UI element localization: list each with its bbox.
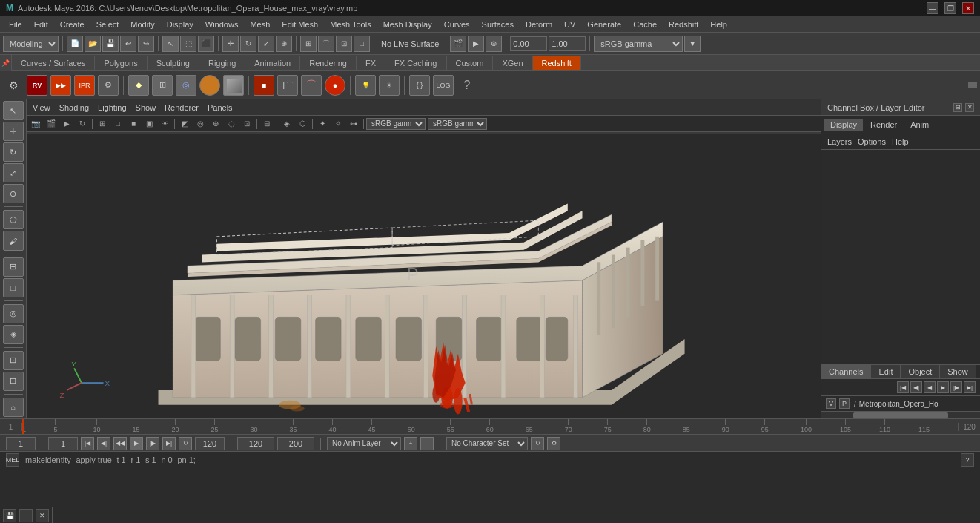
vp-menu-shading[interactable]: Shading <box>59 103 89 112</box>
tab-display[interactable]: Display <box>824 119 863 131</box>
script-mode-btn[interactable]: MEL <box>6 453 19 467</box>
menu-display[interactable]: Display <box>161 19 199 30</box>
render-settings-btn[interactable]: 🎬 <box>450 36 466 52</box>
vp-ssao-icon[interactable]: ⊕ <box>208 117 223 131</box>
menu-mesh-tools[interactable]: Mesh Tools <box>324 19 377 30</box>
tp-goto-end-btn[interactable]: ▶| <box>162 437 176 450</box>
wireframe-btn[interactable]: □ <box>3 278 24 297</box>
shelf-code2-icon[interactable]: LOG <box>433 75 454 96</box>
timeline-ruler[interactable]: 1510152025303540455055606570758085909510… <box>22 419 958 434</box>
layer-nav-first[interactable]: |◀ <box>897 381 909 393</box>
tp-anim-layer-add-btn[interactable]: + <box>404 437 417 450</box>
vp-ao-icon[interactable]: ◎ <box>193 117 208 131</box>
vp-hud-icon[interactable]: ⊟ <box>259 117 274 131</box>
tab-fx[interactable]: FX <box>357 56 385 70</box>
tab-xgen[interactable]: XGen <box>493 56 532 70</box>
isolate-btn[interactable]: ◎ <box>3 304 24 323</box>
rp-float-btn[interactable]: ⊟ <box>953 103 962 112</box>
redo-btn[interactable]: ↪ <box>138 36 154 52</box>
vp-menu-view[interactable]: View <box>33 103 50 112</box>
shelf-settings-icon[interactable]: ⚙ <box>3 75 24 96</box>
tp-play-fwd-btn[interactable]: ▶ <box>130 437 143 450</box>
maximize-button[interactable]: ❐ <box>944 2 956 14</box>
tab-fx-caching[interactable]: FX Caching <box>385 56 446 70</box>
current-frame-input[interactable] <box>6 437 36 450</box>
tab-sculpting[interactable]: Sculpting <box>148 56 199 70</box>
scale-btn[interactable]: ⤢ <box>258 36 274 52</box>
shelf-mesh2-icon[interactable]: ⊞ <box>152 75 173 96</box>
tp-anim-layer-del-btn[interactable]: - <box>420 437 434 450</box>
snap-view-btn[interactable]: ⊞ <box>3 257 24 277</box>
vp-display-select[interactable]: sRGB gamma <box>428 118 487 130</box>
layer-tab-channels[interactable]: Channels <box>821 365 871 378</box>
end-frame-input[interactable] <box>195 437 225 450</box>
vp-camera-icon[interactable]: 📷 <box>28 117 43 131</box>
tab-curves-surfaces[interactable]: Curves / Surfaces <box>12 56 95 70</box>
menu-deform[interactable]: Deform <box>520 19 558 30</box>
paint-btn[interactable]: 🖌 <box>3 231 24 250</box>
menu-modify[interactable]: Modify <box>125 19 160 30</box>
tp-step-fwd-btn[interactable]: |▶ <box>146 437 159 450</box>
viewport-content[interactable]: 📷 🎬 ▶ ↻ ⊞ □ ■ ▣ ☀ ◩ ◎ ⊕ ◌ ⊡ ⊟ ◈ ⬡ <box>27 116 821 418</box>
ipr-btn[interactable]: ⊛ <box>486 36 502 52</box>
select-btn[interactable]: ↖ <box>162 36 179 52</box>
select-tool-btn[interactable]: ↖ <box>3 101 24 120</box>
tab-custom[interactable]: Custom <box>447 56 494 70</box>
layer-tab-object[interactable]: Object <box>901 365 940 378</box>
coord-y-input[interactable] <box>549 36 586 51</box>
undo-btn[interactable]: ↩ <box>120 36 136 52</box>
gamma-settings-btn[interactable]: ▼ <box>684 36 701 52</box>
vp-renderer-select[interactable]: sRGB gamma <box>366 118 426 130</box>
floating-save-btn[interactable]: 💾 <box>3 509 16 522</box>
shelf-code1-icon[interactable]: { } <box>409 75 430 96</box>
viewport-canvas[interactable]: P X Y Z persp <box>27 132 821 418</box>
render-btn[interactable]: ▶ <box>468 36 484 52</box>
vp-isolate-icon[interactable]: ◈ <box>279 117 294 131</box>
menu-surfaces[interactable]: Surfaces <box>476 19 520 30</box>
minimize-button[interactable]: — <box>927 2 938 14</box>
vp-snap2-icon[interactable]: ✧ <box>331 117 345 131</box>
lasso-tool-btn[interactable]: ⬠ <box>3 210 24 229</box>
vp-film-icon[interactable]: 🎬 <box>44 117 59 131</box>
tab-polygons[interactable]: Polygons <box>95 56 147 70</box>
menu-file[interactable]: File <box>3 19 28 30</box>
shelf-help-icon[interactable]: ? <box>457 75 477 96</box>
shelf-render-icon[interactable]: ▶▶ <box>50 75 71 96</box>
layer-tab-edit[interactable]: Edit <box>871 365 901 378</box>
rp-close-btn[interactable]: ✕ <box>965 103 974 112</box>
titlebar-controls[interactable]: — ❐ ✕ <box>927 2 974 14</box>
menu-uv[interactable]: UV <box>558 19 581 30</box>
tp-play-back-btn[interactable]: ◀◀ <box>113 437 127 450</box>
close-button[interactable]: ✕ <box>962 2 974 14</box>
vp-light-icon[interactable]: ☀ <box>157 117 172 131</box>
tab-rigging[interactable]: Rigging <box>199 56 245 70</box>
tab-rendering[interactable]: Rendering <box>300 56 357 70</box>
vp-menu-lighting[interactable]: Lighting <box>98 103 127 112</box>
menu-mesh-display[interactable]: Mesh Display <box>377 19 438 30</box>
hide-btn[interactable]: ⊟ <box>3 372 24 391</box>
start-frame-input[interactable] <box>48 437 78 450</box>
ch-menu-help[interactable]: Help <box>892 137 909 146</box>
ch-menu-layers[interactable]: Layers <box>827 137 852 146</box>
layer-nav-last[interactable]: ▶| <box>964 381 976 393</box>
menu-create[interactable]: Create <box>54 19 90 30</box>
vp-play-icon[interactable]: ▶ <box>59 117 74 131</box>
shelf-mesh3-icon[interactable]: ◎ <box>176 75 196 96</box>
vp-menu-renderer[interactable]: Renderer <box>165 103 199 112</box>
vp-aa-icon[interactable]: ⊡ <box>239 117 254 131</box>
layer-nav-prev[interactable]: ◀ <box>924 381 936 393</box>
show-all-btn[interactable]: ⊡ <box>3 351 24 370</box>
vp-shadow-icon[interactable]: ◩ <box>177 117 192 131</box>
vp-snap3-icon[interactable]: ⊶ <box>346 117 361 131</box>
menu-curves[interactable]: Curves <box>438 19 476 30</box>
tab-animation[interactable]: Animation <box>245 56 300 70</box>
mode-select[interactable]: Modeling <box>3 36 59 52</box>
shelf-light2-icon[interactable]: ☀ <box>379 75 400 96</box>
layer-nav-prev-skip[interactable]: ◀| <box>910 381 922 393</box>
save-file-btn[interactable]: 💾 <box>102 36 119 52</box>
shelf-mat2-icon[interactable]: ‖⌒ <box>277 75 298 96</box>
lasso-btn[interactable]: ⬚ <box>180 36 196 52</box>
timeline[interactable]: 1 15101520253035404550556065707580859095… <box>0 418 980 435</box>
vp-wireframe-icon[interactable]: □ <box>110 117 125 131</box>
move-btn[interactable]: ✛ <box>222 36 239 52</box>
